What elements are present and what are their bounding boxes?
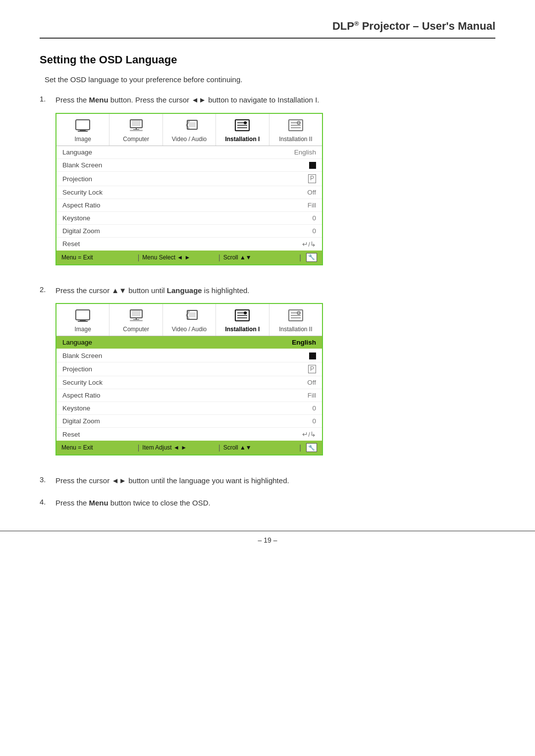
registered-mark: ® [354, 20, 359, 27]
tab-computer-label-2: Computer [123, 326, 149, 333]
step-1-bold: Menu [89, 96, 108, 104]
tab-video-label-2: Video / Audio [172, 326, 207, 333]
svg-point-36 [244, 311, 247, 314]
row-digitalzoom-1: Digital Zoom 0 [56, 225, 322, 238]
step-2-number: 2. [40, 285, 52, 294]
installation2-icon-1 [288, 119, 304, 134]
status-exit-1: Menu = Exit [61, 254, 135, 261]
tab-installation1-2[interactable]: Installation I [216, 304, 269, 336]
svg-point-15 [244, 121, 247, 124]
computer-icon-1 [128, 119, 144, 134]
tab-installation2-2[interactable]: Installation II [269, 304, 322, 336]
osd-menu-1: Image Computer 《 Video / Au [55, 113, 323, 265]
tab-computer-1[interactable]: Computer [109, 114, 162, 146]
tab-computer-2[interactable]: Computer [109, 304, 162, 336]
status-icon-box-1: 🔧 [306, 253, 317, 262]
steps-container: 1. Press the Menu button. Press the curs… [40, 95, 495, 508]
row-language-2: Language English [56, 336, 322, 349]
video-icon-2: 《 [180, 309, 198, 324]
tab-video-2[interactable]: 《 Video / Audio [163, 304, 216, 336]
osd-statusbar-2: Menu = Exit | Item Adjust ◄ ► | Scroll ▲… [56, 441, 322, 454]
osd-statusbar-1: Menu = Exit | Menu Select ◄ ► | Scroll ▲… [56, 251, 322, 264]
step-2-bold: Language [167, 286, 202, 295]
row-blankscreen-2: Blank Screen [56, 349, 322, 362]
tab-image-label-1: Image [75, 136, 91, 143]
svg-rect-0 [76, 120, 90, 130]
tab-video-label-1: Video / Audio [172, 136, 207, 143]
svg-rect-4 [132, 121, 140, 126]
projection-pbox-2: P [308, 365, 316, 374]
installation1-icon-1 [234, 119, 250, 134]
osd-tabs-2: Image Computer 《 Video / Au [56, 304, 322, 336]
blank-screen-indicator-2 [309, 353, 316, 359]
tab-image-label-2: Image [75, 326, 91, 333]
step-2: 2. Press the cursor ▲▼ button until Lang… [40, 285, 495, 465]
page-footer: – 19 – [0, 531, 535, 544]
tab-installation1-label-2: Installation I [225, 326, 260, 333]
tab-installation2-label-2: Installation II [279, 326, 312, 333]
step-2-text: Press the cursor ▲▼ button until Languag… [55, 285, 250, 297]
projection-pbox-1: P [308, 174, 316, 183]
section-title: Setting the OSD Language [40, 53, 495, 66]
image-icon-1 [75, 119, 91, 134]
step-1-number: 1. [40, 95, 52, 103]
row-projection-1: Projection P [56, 172, 322, 186]
row-blankscreen-1: Blank Screen [56, 159, 322, 172]
row-securitylock-2: Security Lock Off [56, 376, 322, 389]
osd-body-2: Language English Blank Screen Projection… [56, 336, 322, 441]
blank-screen-indicator-1 [309, 162, 316, 169]
step-3-text: Press the cursor ◄► button until the lan… [55, 475, 289, 487]
step-1-text: Press the Menu button. Press the cursor … [55, 95, 319, 106]
osd-menu-2: Image Computer 《 Video / Au [55, 303, 323, 455]
subtitle-text: Projector – User's Manual [359, 20, 495, 32]
tab-video-1[interactable]: 《 Video / Audio [163, 114, 216, 146]
page-title: DLP® Projector – User's Manual [332, 20, 495, 33]
row-projection-2: Projection P [56, 362, 322, 377]
row-keystone-2: Keystone 0 [56, 402, 322, 415]
svg-rect-7 [130, 130, 143, 131]
tab-installation1-label-1: Installation I [225, 136, 260, 143]
status-select-1: Menu Select ◄ ► [142, 254, 215, 261]
status-scroll-2: Scroll ▲▼ [223, 444, 297, 451]
svg-rect-21 [76, 310, 90, 320]
status-scroll-1: Scroll ▲▼ [223, 254, 297, 261]
step-4: 4. Press the Menu button twice to close … [40, 498, 495, 509]
row-securitylock-1: Security Lock Off [56, 186, 322, 199]
step-4-bold: Menu [89, 499, 108, 507]
status-select-2: Item Adjust ◄ ► [142, 444, 215, 451]
tab-image-1[interactable]: Image [56, 114, 109, 146]
row-keystone-1: Keystone 0 [56, 212, 322, 225]
tab-installation1-1[interactable]: Installation I [216, 114, 269, 146]
row-aspectratio-1: Aspect Ratio Fill [56, 199, 322, 212]
page-container: DLP® Projector – User's Manual Setting t… [0, 0, 535, 559]
svg-rect-31 [189, 312, 196, 317]
row-aspectratio-2: Aspect Ratio Fill [56, 389, 322, 402]
step-3: 3. Press the cursor ◄► button until the … [40, 475, 495, 487]
page-header: DLP® Projector – User's Manual [40, 20, 495, 39]
svg-rect-28 [130, 320, 143, 321]
row-reset-2: Reset ↵/↳ [56, 428, 322, 441]
status-exit-2: Menu = Exit [61, 444, 135, 451]
osd-tabs-1: Image Computer 《 Video / Au [56, 114, 322, 146]
title-text: DLP [332, 20, 354, 32]
svg-rect-25 [132, 311, 140, 316]
status-icon-box-2: 🔧 [306, 443, 317, 452]
intro-text: Set the OSD language to your preference … [45, 75, 495, 84]
row-reset-1: Reset ↵/↳ [56, 238, 322, 251]
step-3-number: 3. [40, 475, 52, 484]
row-digitalzoom-2: Digital Zoom 0 [56, 415, 322, 428]
step-1: 1. Press the Menu button. Press the curs… [40, 95, 495, 274]
page-number: – 19 – [258, 536, 277, 544]
installation2-icon-2 [288, 309, 304, 324]
step-4-text: Press the Menu button twice to close the… [55, 498, 211, 509]
tab-installation2-label-1: Installation II [279, 136, 312, 143]
computer-icon-2 [128, 309, 144, 324]
osd-body-1: Language English Blank Screen Projection… [56, 146, 322, 251]
image-icon-2 [75, 309, 91, 324]
tab-computer-label-1: Computer [123, 136, 149, 143]
video-icon-1: 《 [180, 119, 198, 134]
row-language-1: Language English [56, 146, 322, 159]
tab-image-2[interactable]: Image [56, 304, 109, 336]
tab-installation2-1[interactable]: Installation II [269, 114, 322, 146]
installation1-icon-2 [234, 309, 250, 324]
